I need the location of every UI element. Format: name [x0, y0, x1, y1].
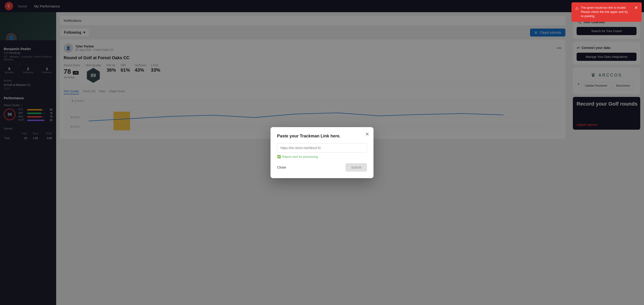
modal-title: Paste your Trackman Link here. — [277, 134, 367, 138]
check-circle-icon: ✅ — [277, 155, 281, 158]
close-toast-button[interactable]: ✕ — [634, 6, 638, 10]
trackman-link-input[interactable] — [277, 143, 367, 152]
success-message: ✅ Report sent for processing — [277, 155, 367, 158]
warning-icon: ⚠ — [575, 6, 578, 11]
modal-overlay[interactable]: Paste your Trackman Link here. ✕ ✅ Repor… — [0, 0, 644, 305]
success-text: Report sent for processing — [282, 155, 318, 158]
modal-actions: Close Submit — [277, 163, 367, 172]
modal-close-text-button[interactable]: Close — [277, 165, 286, 169]
modal-close-button[interactable]: ✕ — [365, 131, 369, 137]
error-toast: ⚠ The given trackman link is invalid. Pl… — [572, 2, 642, 22]
trackman-modal: Paste your Trackman Link here. ✕ ✅ Repor… — [270, 127, 374, 178]
modal-submit-button[interactable]: Submit — [346, 163, 367, 172]
error-toast-message: The given trackman link is invalid. Plea… — [581, 6, 632, 18]
